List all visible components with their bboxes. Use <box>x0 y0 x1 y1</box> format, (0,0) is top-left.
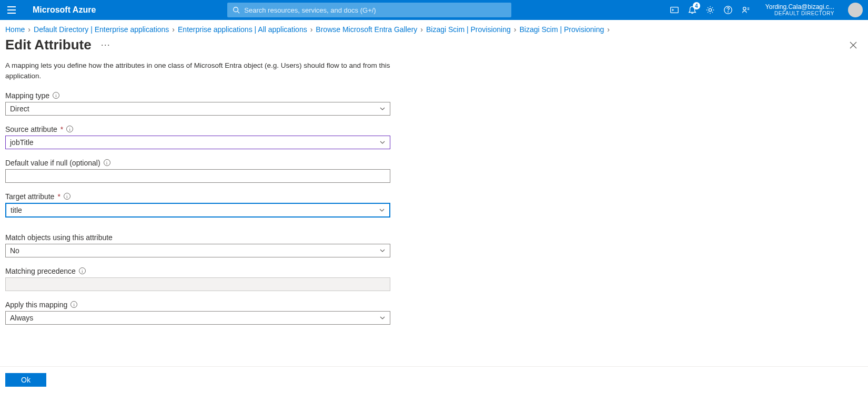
top-right-actions: 4 Yording.Cala@bizagi.c... DEFAULT DIREC… <box>670 3 863 17</box>
svg-rect-2 <box>671 7 678 13</box>
svg-point-6 <box>728 12 728 12</box>
page-title: Edit Attribute <box>5 37 92 53</box>
info-icon[interactable]: i <box>70 301 77 308</box>
source-attribute-value: jobTitle <box>10 138 34 147</box>
matching-precedence-input <box>5 277 390 291</box>
info-icon[interactable]: i <box>66 126 73 132</box>
chevron-down-icon <box>379 139 386 146</box>
menu-toggle-icon[interactable] <box>5 4 18 16</box>
settings-icon[interactable] <box>705 5 715 15</box>
breadcrumb-item[interactable]: Bizagi Scim | Provisioning <box>519 25 604 34</box>
default-value-input-wrap[interactable] <box>5 169 390 183</box>
notifications-icon[interactable]: 4 <box>688 5 697 15</box>
field-match-objects: Match objects using this attribute No <box>5 233 395 257</box>
form-content: A mapping lets you define how the attrib… <box>0 53 400 345</box>
content-scroll[interactable]: A mapping lets you define how the attrib… <box>0 53 868 366</box>
breadcrumb-item[interactable]: Enterprise applications | All applicatio… <box>178 25 307 34</box>
breadcrumb-item[interactable]: Default Directory | Enterprise applicati… <box>34 25 169 34</box>
default-value-label: Default value if null (optional) <box>5 159 100 167</box>
global-search[interactable] <box>227 3 511 17</box>
footer: Ok <box>0 366 868 393</box>
close-icon[interactable] <box>849 41 857 49</box>
info-icon[interactable]: i <box>64 193 70 200</box>
page-description: A mapping lets you define how the attrib… <box>5 60 395 82</box>
apply-mapping-value: Always <box>10 314 33 322</box>
field-apply-mapping: Apply this mapping i Always <box>5 301 395 325</box>
apply-mapping-label: Apply this mapping <box>5 301 67 309</box>
field-source-attribute: Source attribute * i jobTitle <box>5 125 395 149</box>
source-attribute-select[interactable]: jobTitle <box>5 136 390 149</box>
matching-precedence-label: Matching precedence <box>5 267 76 275</box>
chevron-down-icon <box>379 247 386 254</box>
mapping-type-value: Direct <box>10 105 29 113</box>
field-matching-precedence: Matching precedence i <box>5 267 395 291</box>
title-row: Edit Attribute ··· <box>0 34 868 53</box>
chevron-down-icon <box>379 315 386 321</box>
notification-badge: 4 <box>693 2 700 9</box>
mapping-type-label: Mapping type <box>5 91 49 100</box>
svg-point-7 <box>743 7 745 10</box>
field-mapping-type: Mapping type i Direct <box>5 91 395 116</box>
info-icon[interactable]: i <box>79 267 86 274</box>
mapping-type-select[interactable]: Direct <box>5 102 390 116</box>
field-default-value: Default value if null (optional) i <box>5 159 395 183</box>
breadcrumb-item[interactable]: Bizagi Scim | Provisioning <box>426 25 511 34</box>
brand-title: Microsoft Azure <box>33 5 96 15</box>
search-icon <box>233 6 240 14</box>
field-target-attribute: Target attribute * i title <box>5 192 395 218</box>
top-bar: Microsoft Azure 4 Yording.Cala@bizagi.c.… <box>0 0 868 20</box>
more-actions-icon[interactable]: ··· <box>101 39 110 50</box>
required-marker: * <box>60 125 63 133</box>
cloud-shell-icon[interactable] <box>670 5 679 15</box>
account-email: Yording.Cala@bizagi.c... <box>765 4 834 11</box>
search-input[interactable] <box>244 6 506 14</box>
match-objects-select[interactable]: No <box>5 244 390 257</box>
ok-button[interactable]: Ok <box>5 373 46 387</box>
breadcrumb: Home› Default Directory | Enterprise app… <box>0 20 868 34</box>
target-attribute-label: Target attribute <box>5 192 54 201</box>
breadcrumb-item[interactable]: Home <box>5 25 25 34</box>
match-objects-label: Match objects using this attribute <box>5 233 113 242</box>
account-directory: DEFAULT DIRECTORY <box>774 11 834 16</box>
svg-line-1 <box>238 12 240 14</box>
account-info[interactable]: Yording.Cala@bizagi.c... DEFAULT DIRECTO… <box>765 4 834 16</box>
svg-point-4 <box>709 8 711 11</box>
help-icon[interactable] <box>723 5 733 15</box>
chevron-down-icon <box>379 106 386 112</box>
apply-mapping-select[interactable]: Always <box>5 311 390 325</box>
feedback-icon[interactable] <box>741 5 751 15</box>
target-attribute-select[interactable]: title <box>5 203 390 218</box>
required-marker: * <box>57 192 60 201</box>
chevron-down-icon <box>379 207 385 213</box>
target-attribute-value: title <box>11 206 22 214</box>
info-icon[interactable]: i <box>53 92 59 99</box>
match-objects-value: No <box>10 246 19 255</box>
info-icon[interactable]: i <box>104 159 110 166</box>
svg-point-0 <box>234 7 238 12</box>
avatar[interactable] <box>848 3 863 17</box>
breadcrumb-item[interactable]: Browse Microsoft Entra Gallery <box>316 25 417 34</box>
source-attribute-label: Source attribute <box>5 125 57 133</box>
default-value-input[interactable] <box>10 172 386 180</box>
